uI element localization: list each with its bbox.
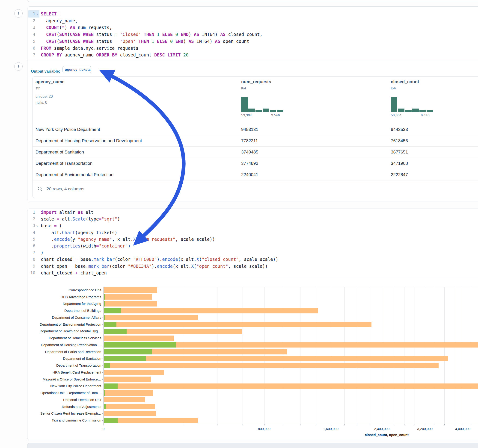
open_count-bar xyxy=(104,404,106,409)
x-axis-tick xyxy=(243,424,243,425)
closed_count-bar xyxy=(104,301,157,306)
x-axis-title: closed_count, open_count xyxy=(365,433,409,437)
add-cell-button-below-sql[interactable]: + xyxy=(14,62,23,70)
x-axis-tick xyxy=(393,424,393,425)
x-axis-tick-label: 2,400,000 xyxy=(374,427,390,431)
closed_count-bar xyxy=(104,308,318,313)
table-cell: Department of Housing Preservation and D… xyxy=(36,138,142,143)
y-axis-label: Department of Housing Preservation … xyxy=(41,343,101,347)
closed_count-bar xyxy=(104,418,198,423)
closed_count-bar xyxy=(104,411,156,416)
code-text: agency_name, xyxy=(41,17,78,24)
closed_count-bar xyxy=(104,287,157,293)
closed_count-bar xyxy=(104,336,174,341)
y-axis-label: Department of Parks and Recreation xyxy=(45,350,101,354)
closed_count-bar xyxy=(104,397,145,402)
gridline xyxy=(331,287,331,424)
table-cell: 9453131 xyxy=(241,127,258,132)
table-cell: 9443533 xyxy=(391,127,408,132)
open_count-bar xyxy=(104,384,118,389)
add-cell-button-top[interactable]: + xyxy=(14,9,23,18)
open_count-bar xyxy=(104,308,121,313)
gridline xyxy=(345,287,345,424)
x-axis-tick xyxy=(404,424,404,425)
gridline xyxy=(415,287,415,424)
y-axis-label: Department for the Aging xyxy=(63,302,101,305)
fold-chevron-down-icon[interactable]: ⌄ xyxy=(36,222,38,229)
y-axis-tick xyxy=(102,413,103,414)
y-axis-label: Mayorâ€ s Office of Special Enforce… xyxy=(43,377,101,381)
table-row: New York City Police Department945313194… xyxy=(33,124,478,135)
table-cell: 3774892 xyxy=(241,161,258,166)
divider xyxy=(27,61,478,61)
code-text: base = ( xyxy=(41,222,62,229)
y-axis-tick xyxy=(102,297,103,297)
gridline xyxy=(472,287,472,424)
table-cell: 2240041 xyxy=(241,172,258,177)
x-axis-tick xyxy=(331,424,331,425)
histogram-max-label: 9.4e6 xyxy=(421,113,430,117)
x-axis-tick-label: 800,000 xyxy=(258,427,270,431)
table-cell: 3471908 xyxy=(391,161,408,166)
y-axis-tick xyxy=(102,290,103,290)
column-type: i64 xyxy=(241,86,246,90)
x-axis-tick xyxy=(425,424,425,425)
y-axis-label: Refunds and Adjustments xyxy=(62,405,101,409)
open_count-bar xyxy=(104,390,105,396)
y-axis-label: Department of Transportation xyxy=(56,363,101,367)
notebook-page: { "icons": { "plus": "+", "chevron_down"… xyxy=(0,0,478,448)
gridline xyxy=(243,287,243,424)
line-number: 4 xyxy=(29,31,35,38)
histogram-max-label: 9.5e6 xyxy=(271,113,280,117)
y-axis-line xyxy=(104,287,104,424)
code-text: scale = alt.Scale(type="sqrt") xyxy=(41,216,120,222)
y-axis-label: Department of Environmental Protection xyxy=(40,322,101,326)
x-axis-line xyxy=(104,424,478,424)
code-text: GROUP BY agency_name ORDER BY closed_cou… xyxy=(41,51,189,58)
code-text: COUNT(*) AS num_requests, xyxy=(41,24,112,31)
gridline xyxy=(358,287,358,424)
y-axis-tick xyxy=(102,352,103,352)
gridline xyxy=(393,287,393,424)
open_count-bar xyxy=(104,294,105,300)
line-number: 5 xyxy=(29,38,35,45)
code-text: .encode(y="agency_name", x=alt.X("num_re… xyxy=(41,236,215,243)
gridline xyxy=(425,287,425,424)
output-variable-label: Output variable: xyxy=(31,69,60,74)
previous-cell-edge xyxy=(27,0,478,2)
y-axis-tick xyxy=(102,393,103,393)
line-number: 1 xyxy=(29,10,35,17)
y-axis-tick xyxy=(102,324,103,325)
line-number: 6 xyxy=(29,243,35,249)
gridline xyxy=(217,287,217,424)
gridline xyxy=(454,287,454,424)
search-icon[interactable] xyxy=(37,186,43,193)
open_count-bar xyxy=(104,342,176,348)
x-axis-tick xyxy=(300,424,301,425)
code-text: ) xyxy=(41,249,43,256)
code-text: chart_open = base.mark_bar(color="#8BC34… xyxy=(41,263,268,270)
x-axis-tick xyxy=(444,424,445,425)
fold-chevron-down-icon[interactable]: ⌄ xyxy=(36,10,38,17)
y-axis-tick xyxy=(102,338,103,338)
x-axis-tick xyxy=(264,424,264,425)
y-axis-tick xyxy=(102,366,103,366)
y-axis-tick xyxy=(102,345,103,345)
histogram-bar xyxy=(405,110,412,112)
column-stat: nulls: 0 xyxy=(36,100,47,105)
gridline xyxy=(435,287,435,424)
x-axis-tick xyxy=(184,424,184,425)
table-bottom-border xyxy=(33,180,478,180)
closed_count-bar xyxy=(104,356,448,361)
table-row: Department of Sanitation37494853677651 xyxy=(33,146,478,158)
y-axis-label: Operations Unit - Department of Hom… xyxy=(41,391,101,395)
sql-cell: 1⌄SELECT2 agency_name,3 COUNT(*) AS num_… xyxy=(27,6,478,201)
output-variable-pill[interactable]: agency_tickets xyxy=(63,66,91,73)
histogram-bar xyxy=(398,109,404,112)
y-axis-label: Department of Health and Mental Hyg… xyxy=(40,329,101,333)
line-number: 5 xyxy=(29,236,35,243)
y-axis-tick xyxy=(102,420,103,421)
closed_count-bar xyxy=(104,363,439,368)
line-number: 6 xyxy=(29,45,35,52)
code-text: chart_closed + chart_open xyxy=(41,269,107,276)
